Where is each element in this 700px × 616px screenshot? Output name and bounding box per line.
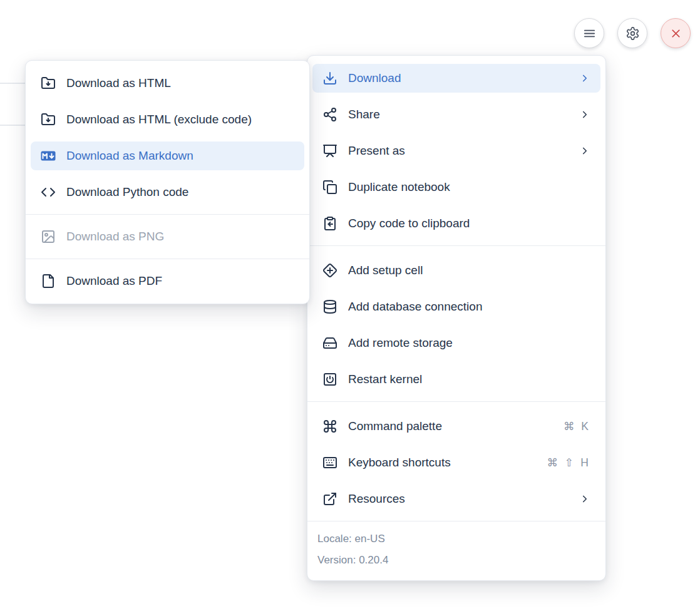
- background-cell-rule: [0, 125, 26, 126]
- menu-item-copy-code[interactable]: Copy code to clipboard: [312, 209, 600, 238]
- menu-separator: [26, 214, 309, 215]
- menu-item-add-remote-storage[interactable]: Add remote storage: [312, 329, 600, 357]
- hamburger-icon: [582, 26, 597, 41]
- menu-item-keyboard-shortcuts[interactable]: Keyboard shortcuts ⌘ ⇧ H: [312, 448, 600, 477]
- locale-text: Locale: en-US: [317, 528, 595, 550]
- menu-item-label: Download as Markdown: [66, 149, 294, 163]
- command-icon: [322, 419, 337, 434]
- menu-item-label: Command palette: [348, 419, 553, 433]
- keyboard-icon: [322, 455, 337, 470]
- diamond-plus-icon: [322, 263, 337, 278]
- menu-item-add-setup-cell[interactable]: Add setup cell: [312, 256, 600, 285]
- menu-item-present-as[interactable]: Present as: [312, 136, 600, 165]
- menu-item-download-as-png: Download as PNG: [31, 222, 304, 251]
- menu-item-download-as-html-exclude-code[interactable]: Download as HTML (exclude code): [31, 105, 304, 134]
- gear-icon: [625, 26, 640, 41]
- menu-item-label: Add setup cell: [348, 264, 590, 277]
- shutdown-button[interactable]: [661, 18, 691, 48]
- image-icon: [41, 229, 56, 244]
- menu-item-command-palette[interactable]: Command palette ⌘ K: [312, 412, 600, 441]
- close-icon: [669, 27, 682, 40]
- file-icon: [41, 274, 56, 289]
- background-cell-rule: [0, 83, 26, 84]
- menu-separator: [26, 259, 309, 259]
- menu-item-label: Keyboard shortcuts: [348, 456, 536, 470]
- notebook-actions-menu: Download Share Present as Duplicate note…: [307, 55, 606, 581]
- code-icon: [41, 185, 56, 200]
- menu-item-label: Add remote storage: [348, 336, 590, 350]
- menu-item-download[interactable]: Download: [312, 64, 600, 93]
- menu-separator: [307, 245, 605, 246]
- hard-drive-icon: [322, 336, 337, 351]
- version-text: Version: 0.20.4: [317, 550, 595, 571]
- menu-item-label: Resources: [348, 492, 569, 506]
- menu-item-label: Download as HTML (exclude code): [66, 113, 294, 126]
- shortcut-hint: ⌘ ⇧ H: [547, 456, 590, 470]
- chevron-right-icon: [579, 109, 590, 120]
- folder-down-icon: [41, 112, 56, 127]
- database-icon: [322, 299, 337, 314]
- download-submenu: Download as HTML Download as HTML (exclu…: [25, 60, 310, 304]
- menu-item-label: Share: [348, 108, 569, 121]
- markdown-icon: [41, 148, 56, 163]
- menu-item-label: Copy code to clipboard: [348, 217, 590, 230]
- menu-item-label: Download as HTML: [66, 76, 294, 90]
- chevron-right-icon: [579, 73, 590, 84]
- menu-separator: [307, 401, 605, 402]
- external-link-icon: [322, 491, 337, 506]
- menu-item-label: Restart kernel: [348, 372, 590, 386]
- menu-item-label: Download: [348, 71, 569, 85]
- notebook-toolbar: [574, 18, 691, 48]
- menu-item-label: Download Python code: [66, 185, 294, 199]
- menu-item-resources[interactable]: Resources: [312, 485, 600, 513]
- menu-item-download-as-pdf[interactable]: Download as PDF: [31, 267, 304, 295]
- menu-item-label: Add database connection: [348, 300, 590, 314]
- menu-footer: Locale: en-US Version: 0.20.4: [307, 521, 605, 572]
- menu-item-restart-kernel[interactable]: Restart kernel: [312, 365, 600, 394]
- menu-item-share[interactable]: Share: [312, 100, 600, 129]
- chevron-right-icon: [579, 493, 590, 505]
- menu-item-label: Download as PDF: [66, 274, 294, 288]
- copy-icon: [322, 180, 337, 195]
- menu-item-duplicate-notebook[interactable]: Duplicate notebook: [312, 173, 600, 202]
- chevron-right-icon: [579, 145, 590, 157]
- share-icon: [322, 107, 337, 122]
- menu-item-label: Duplicate notebook: [348, 180, 590, 194]
- menu-item-add-database-connection[interactable]: Add database connection: [312, 292, 600, 321]
- menu-item-label: Present as: [348, 144, 569, 158]
- menu-item-download-python-code[interactable]: Download Python code: [31, 178, 304, 207]
- notebook-menu-button[interactable]: [574, 18, 604, 48]
- settings-button[interactable]: [617, 18, 647, 48]
- presentation-icon: [322, 143, 337, 158]
- download-icon: [322, 71, 337, 86]
- folder-down-icon: [41, 76, 56, 91]
- menu-item-label: Download as PNG: [66, 230, 294, 244]
- menu-item-download-as-html[interactable]: Download as HTML: [31, 69, 304, 98]
- menu-item-download-as-markdown[interactable]: Download as Markdown: [31, 141, 304, 170]
- shortcut-hint: ⌘ K: [564, 420, 590, 433]
- power-square-icon: [322, 372, 337, 387]
- clipboard-copy-icon: [322, 216, 337, 231]
